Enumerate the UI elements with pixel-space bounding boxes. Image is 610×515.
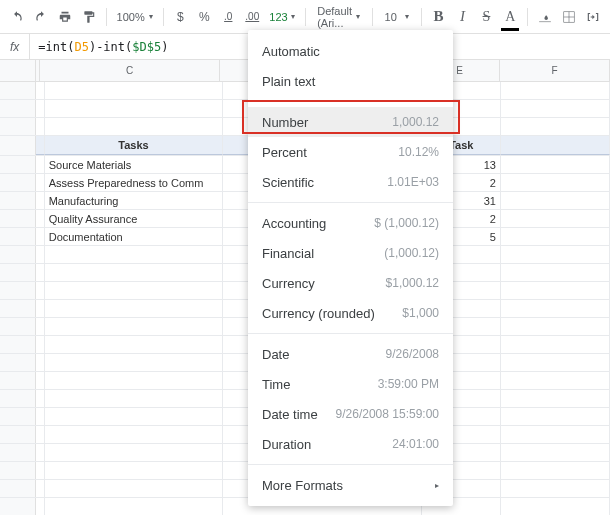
menu-item-currency[interactable]: Currency$1,000.12 (248, 268, 453, 298)
menu-separator (248, 464, 453, 465)
menu-item-number[interactable]: Number1,000.12 (248, 107, 453, 137)
cell-task[interactable]: Manufacturing (45, 192, 224, 209)
zoom-value: 100% (117, 11, 145, 23)
column-header[interactable]: C (40, 60, 220, 81)
font-size-select[interactable]: 10 ▾ (379, 11, 415, 23)
font-size-value: 10 (385, 11, 397, 23)
column-header[interactable]: F (500, 60, 610, 81)
chevron-down-icon: ▾ (356, 12, 360, 21)
menu-item-percent[interactable]: Percent10.12% (248, 137, 453, 167)
chevron-down-icon: ▾ (405, 12, 409, 21)
menu-separator (248, 101, 453, 102)
menu-item-currency-rounded[interactable]: Currency (rounded)$1,000 (248, 298, 453, 328)
cell-task[interactable]: Source Materials (45, 156, 224, 173)
number-format-menu: Automatic Plain text Number1,000.12 Perc… (248, 30, 453, 506)
cell-task[interactable]: Assess Preparedness to Comm (45, 174, 224, 191)
menu-item-automatic[interactable]: Automatic (248, 36, 453, 66)
paint-format-button[interactable] (78, 5, 100, 29)
toolbar: 100% ▾ $ % .0 .00 123 ▾ Default (Ari... … (0, 0, 610, 34)
print-button[interactable] (54, 5, 76, 29)
number-format-dropdown[interactable]: 123 ▾ (265, 11, 298, 23)
redo-button[interactable] (30, 5, 52, 29)
bold-button[interactable]: B (427, 5, 449, 29)
font-family-select[interactable]: Default (Ari... ▾ (311, 5, 366, 29)
percent-button[interactable]: % (193, 5, 215, 29)
menu-item-time[interactable]: Time3:59:00 PM (248, 369, 453, 399)
fx-label: fx (0, 34, 30, 59)
menu-item-more-formats[interactable]: More Formats▸ (248, 470, 453, 500)
formula-input[interactable]: =int(D5)-int($D$5) (30, 40, 176, 54)
currency-button[interactable]: $ (169, 5, 191, 29)
chevron-down-icon: ▾ (149, 12, 153, 21)
menu-separator (248, 202, 453, 203)
menu-item-financial[interactable]: Financial(1,000.12) (248, 238, 453, 268)
menu-item-datetime[interactable]: Date time9/26/2008 15:59:00 (248, 399, 453, 429)
text-color-button[interactable]: A (499, 5, 521, 29)
italic-button[interactable]: I (451, 5, 473, 29)
merge-cells-button[interactable] (582, 5, 604, 29)
header-tasks[interactable]: Tasks (45, 136, 224, 155)
menu-separator (248, 333, 453, 334)
menu-item-duration[interactable]: Duration24:01:00 (248, 429, 453, 459)
menu-item-accounting[interactable]: Accounting$ (1,000.12) (248, 208, 453, 238)
menu-item-plaintext[interactable]: Plain text (248, 66, 453, 96)
fill-color-button[interactable] (534, 5, 556, 29)
chevron-down-icon: ▾ (291, 12, 295, 21)
font-name: Default (Ari... (317, 5, 352, 29)
undo-button[interactable] (6, 5, 28, 29)
increase-decimal-button[interactable]: .00 (241, 5, 263, 29)
chevron-right-icon: ▸ (435, 481, 439, 490)
number-format-label: 123 (269, 11, 287, 23)
decrease-decimal-button[interactable]: .0 (217, 5, 239, 29)
cell-task[interactable]: Quality Assurance (45, 210, 224, 227)
menu-item-scientific[interactable]: Scientific1.01E+03 (248, 167, 453, 197)
borders-button[interactable] (558, 5, 580, 29)
select-all-corner[interactable] (0, 60, 36, 81)
zoom-select[interactable]: 100% ▾ (113, 11, 157, 23)
strikethrough-button[interactable]: S (475, 5, 497, 29)
menu-item-date[interactable]: Date9/26/2008 (248, 339, 453, 369)
cell-task[interactable]: Documentation (45, 228, 224, 245)
